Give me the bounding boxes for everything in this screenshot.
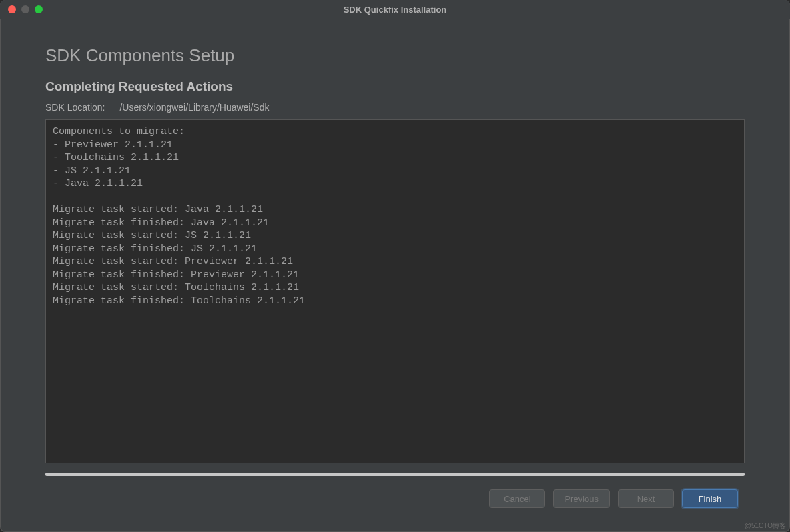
next-button[interactable]: Next — [618, 489, 674, 508]
window-title: SDK Quickfix Installation — [344, 5, 447, 15]
installer-window: SDK Quickfix Installation SDK Components… — [0, 0, 790, 532]
cancel-button[interactable]: Cancel — [489, 489, 545, 508]
close-icon[interactable] — [8, 5, 16, 13]
minimize-icon — [21, 5, 29, 13]
sdk-location-row: SDK Location: /Users/xiongwei/Library/Hu… — [45, 102, 745, 113]
watermark: @51CTO博客 — [745, 521, 786, 531]
progress-bar — [45, 473, 745, 476]
content-area: SDK Components Setup Completing Requeste… — [0, 19, 790, 532]
page-subtitle: Completing Requested Actions — [45, 79, 745, 94]
finish-button[interactable]: Finish — [682, 489, 738, 508]
sdk-location-label: SDK Location: — [45, 102, 105, 113]
button-row: Cancel Previous Next Finish — [45, 489, 745, 519]
log-output[interactable]: Components to migrate: - Previewer 2.1.1… — [45, 119, 745, 463]
titlebar: SDK Quickfix Installation — [0, 0, 790, 19]
previous-button[interactable]: Previous — [553, 489, 610, 508]
traffic-lights — [8, 5, 43, 13]
page-title: SDK Components Setup — [45, 45, 745, 66]
maximize-icon[interactable] — [35, 5, 43, 13]
sdk-location-path: /Users/xiongwei/Library/Huawei/Sdk — [119, 102, 269, 113]
